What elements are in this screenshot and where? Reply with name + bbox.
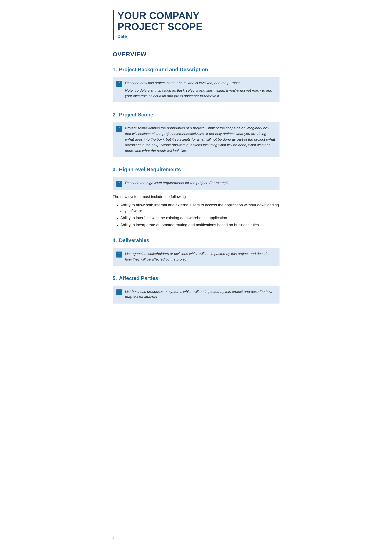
bullet-item-3-0: Ability to allow both internal and exter…	[120, 202, 280, 214]
section-title-1: Project Background and Description	[119, 66, 208, 73]
section-title-2: Project Scope	[119, 111, 153, 119]
info-icon-2: i	[116, 126, 122, 132]
section-heading-1: 1. Project Background and Description	[113, 66, 280, 73]
page: YOUR COMPANY PROJECT SCOPE Date OVERVIEW…	[100, 0, 292, 548]
section-heading-2: 2. Project Scope	[113, 111, 280, 119]
document-header: YOUR COMPANY PROJECT SCOPE Date	[113, 10, 280, 40]
info-icon-4: i	[116, 252, 122, 258]
info-note-1: Note: To delete any tip (such as this), …	[125, 88, 275, 99]
info-box-1: iDescribe how this project came about, w…	[113, 77, 280, 102]
info-box-2: iProject scope defines the boundaries of…	[113, 122, 280, 157]
section-number-4: 4.	[113, 237, 117, 244]
info-text-1: Describe how this project came about, wh…	[125, 80, 275, 99]
bullet-list-3: Ability to allow both internal and exter…	[120, 202, 280, 228]
section-heading-5: 5. Affected Parties	[113, 274, 280, 282]
section-title-3: High-Level Requirements	[119, 166, 181, 173]
info-box-4: iList agencies, stakeholders or division…	[113, 248, 280, 266]
section-heading-3: 3. High-Level Requirements	[113, 166, 280, 173]
info-icon-5: i	[116, 289, 122, 296]
info-text-3: Describe the high level requirements for…	[125, 180, 231, 186]
section-number-5: 5.	[113, 274, 117, 282]
document-title: YOUR COMPANY PROJECT SCOPE	[118, 10, 280, 32]
section-3: 3. High-Level RequirementsiDescribe the …	[113, 166, 280, 228]
section-number-1: 1.	[113, 66, 117, 73]
body-text-3-0: The new system must include the followin…	[113, 194, 280, 200]
section-5: 5. Affected PartiesiList business proces…	[113, 274, 280, 304]
title-line2: PROJECT SCOPE	[118, 21, 203, 32]
section-number-3: 3.	[113, 166, 117, 173]
info-text-4: List agencies, stakeholders or divisions…	[125, 251, 275, 262]
bullet-item-3-1: Ability to interface with the existing d…	[120, 215, 280, 221]
bullet-item-3-2: Ability to incorporate automated routing…	[120, 222, 280, 228]
document-date: Date	[118, 33, 280, 40]
section-4: 4. DeliverablesiList agencies, stakehold…	[113, 237, 280, 266]
section-title-5: Affected Parties	[119, 274, 158, 282]
page-number: 1	[113, 536, 115, 542]
section-2: 2. Project ScopeiProject scope defines t…	[113, 111, 280, 157]
section-heading-4: 4. Deliverables	[113, 237, 280, 244]
info-box-3: iDescribe the high level requirements fo…	[113, 177, 280, 190]
info-text-2: Project scope defines the boundaries of …	[125, 125, 275, 154]
title-line1: YOUR COMPANY	[118, 10, 200, 21]
info-box-5: iList business processes or systems whic…	[113, 286, 280, 304]
overview-label: OVERVIEW	[113, 50, 280, 59]
sections-container: 1. Project Background and DescriptioniDe…	[113, 66, 280, 303]
section-number-2: 2.	[113, 111, 117, 119]
info-icon-3: i	[116, 181, 122, 187]
section-title-4: Deliverables	[119, 237, 149, 244]
info-icon-1: i	[116, 81, 122, 87]
section-1: 1. Project Background and DescriptioniDe…	[113, 66, 280, 102]
info-text-5: List business processes or systems which…	[125, 289, 275, 300]
